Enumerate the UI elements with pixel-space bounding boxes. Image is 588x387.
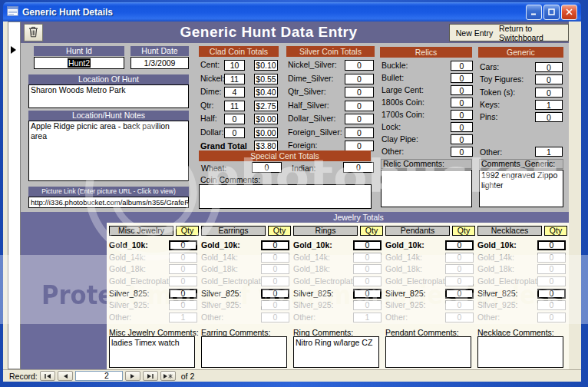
clad-amount-field[interactable]: $0.40: [254, 87, 278, 98]
jewelry-qty-field[interactable]: 1: [169, 313, 197, 322]
clad-amount-field[interactable]: $0.10: [254, 60, 278, 71]
jewelry-comments-field[interactable]: Nitro Ring w/large CZ: [293, 336, 379, 368]
clad-qty-field[interactable]: 0: [224, 114, 245, 124]
jewelry-qty-field[interactable]: 0: [537, 264, 566, 274]
relic-qty-field[interactable]: 0: [451, 85, 473, 95]
jewelry-qty-field[interactable]: 0: [169, 253, 197, 263]
jewelry-qty-field[interactable]: 0: [353, 253, 382, 263]
jewelry-qty-field[interactable]: 0: [445, 253, 474, 263]
jewelry-qty-field[interactable]: 0: [353, 264, 382, 274]
jewelry-qty-field[interactable]: 0: [445, 276, 474, 286]
indian-field[interactable]: 0: [343, 162, 374, 173]
silver-qty-field[interactable]: 0: [345, 74, 374, 84]
jewelry-qty-field[interactable]: 0: [261, 313, 289, 322]
jewelry-qty-field[interactable]: 0: [537, 253, 566, 263]
jewelry-comments-field[interactable]: ladies Timex watch: [109, 336, 195, 368]
close-button[interactable]: [561, 5, 577, 20]
generic-qty-field[interactable]: 0: [535, 62, 563, 72]
silver-qty-field[interactable]: 0: [345, 114, 374, 124]
silver-qty-field[interactable]: 0: [345, 101, 374, 111]
jewelry-qty-field[interactable]: 0: [353, 289, 382, 299]
relic-qty-field[interactable]: 0: [451, 61, 473, 71]
minimize-button[interactable]: [526, 5, 542, 20]
coin-comments-field[interactable]: [199, 184, 372, 209]
clad-qty-field[interactable]: 11: [224, 101, 245, 111]
relic-qty-field[interactable]: 0: [451, 122, 473, 132]
jewelry-row: Gold_Electroplate: 0: [293, 276, 383, 289]
jewelry-qty-field[interactable]: 0: [169, 300, 197, 310]
record-last-button[interactable]: [143, 371, 158, 381]
jewelry-qty-field[interactable]: 0: [537, 276, 566, 286]
jewelry-qty-field[interactable]: 0: [261, 253, 289, 263]
jewelry-comments-field[interactable]: [477, 336, 563, 368]
jewelry-qty-field[interactable]: 0: [169, 289, 197, 299]
picture-link-field[interactable]: http://i336.photobucket.com/albums/n355/…: [28, 197, 189, 208]
jewelry-qty-field[interactable]: 0: [169, 240, 197, 250]
jewelry-qty-field[interactable]: 0: [445, 289, 474, 299]
generic-other-field[interactable]: 1: [535, 147, 563, 157]
silver-qty-field[interactable]: 0: [345, 87, 374, 98]
hunt-date-field[interactable]: 1/3/2009: [130, 57, 189, 69]
record-next-button[interactable]: [125, 371, 140, 381]
hunt-id-field[interactable]: Hunt2: [34, 57, 124, 69]
silver-qty-field[interactable]: 0: [345, 60, 374, 71]
location-field[interactable]: Sharon Woods Metro Park: [28, 84, 189, 108]
jewelry-comments-field[interactable]: [385, 336, 471, 368]
jewelry-qty-field[interactable]: 0: [261, 276, 289, 286]
jewelry-qty-field[interactable]: 0: [261, 300, 289, 310]
relic-qty-field[interactable]: 0: [451, 110, 473, 120]
jewelry-qty-field[interactable]: 0: [261, 289, 289, 299]
delete-record-button[interactable]: [24, 24, 43, 41]
record-new-button[interactable]: [160, 371, 176, 381]
jewelry-qty-field[interactable]: 0: [169, 264, 197, 274]
jewelry-qty-field[interactable]: 1: [353, 313, 382, 322]
clad-amount-field[interactable]: $2.75: [254, 101, 278, 111]
jewelry-comments-field[interactable]: [201, 336, 287, 368]
jewelry-qty-field[interactable]: 0: [169, 276, 197, 286]
clad-qty-field[interactable]: 10: [224, 60, 245, 71]
silver-qty-field[interactable]: 0: [345, 127, 374, 138]
notes-field[interactable]: Apple Ridge picnic area - back pavilion …: [28, 121, 189, 181]
jewelry-qty-field[interactable]: 0: [445, 300, 474, 310]
record-prev-button[interactable]: [58, 371, 73, 381]
grand-total-field[interactable]: $3.80: [254, 141, 278, 151]
jewelry-qty-field[interactable]: 0: [445, 264, 474, 274]
jewelry-qty-field[interactable]: 0: [353, 276, 382, 286]
clad-amount-field[interactable]: $0.00: [254, 114, 278, 124]
jewelry-qty-field[interactable]: 0: [445, 240, 474, 250]
record-number-field[interactable]: 2: [75, 371, 123, 381]
relic-comments-field[interactable]: [381, 170, 472, 207]
jewelry-qty-field[interactable]: 0: [537, 289, 566, 299]
record-first-button[interactable]: [40, 371, 55, 381]
relic-qty-field[interactable]: 0: [451, 134, 473, 144]
jewelry-qty-field[interactable]: 0: [445, 313, 474, 322]
jewelry-row-label: Silver_825:: [385, 289, 426, 298]
jewelry-qty-field[interactable]: 0: [537, 240, 566, 250]
clad-qty-field[interactable]: 0: [224, 127, 245, 138]
generic-qty-field[interactable]: 0: [535, 74, 563, 84]
generic-comments-field[interactable]: 1992 engraved Zippo lighter: [479, 170, 563, 207]
relic-qty-field[interactable]: 0: [451, 147, 473, 157]
new-entry-button[interactable]: New Entry: [449, 24, 500, 41]
silver-qty-field[interactable]: 0: [345, 141, 374, 151]
jewelry-qty-field[interactable]: 0: [537, 313, 566, 322]
jewelry-qty-field[interactable]: 0: [261, 240, 289, 250]
generic-qty-field[interactable]: 0: [535, 112, 563, 122]
record-selector[interactable]: [8, 22, 21, 369]
jewelry-qty-field[interactable]: 0: [537, 300, 566, 310]
generic-qty-field[interactable]: 0: [535, 88, 563, 98]
jewelry-qty-field[interactable]: 0: [353, 300, 382, 310]
jewelry-qty-field[interactable]: 0: [353, 240, 382, 250]
clad-qty-field[interactable]: 11: [224, 74, 245, 84]
clad-amount-field[interactable]: $0.55: [254, 74, 278, 84]
return-to-switchboard-button[interactable]: Return to Switchboard: [499, 24, 569, 41]
jewelry-qty-field[interactable]: 0: [261, 264, 289, 274]
generic-qty-field[interactable]: 1: [535, 100, 563, 110]
clad-amount-field[interactable]: $0.00: [254, 127, 278, 138]
clad-qty-field[interactable]: 4: [224, 87, 245, 98]
maximize-button[interactable]: [543, 5, 560, 20]
relic-qty-field[interactable]: 0: [451, 73, 473, 83]
window-titlebar[interactable]: Generic Hunt Details: [3, 2, 581, 22]
wheat-field[interactable]: 0: [252, 162, 282, 173]
relic-qty-field[interactable]: 0: [451, 98, 473, 108]
